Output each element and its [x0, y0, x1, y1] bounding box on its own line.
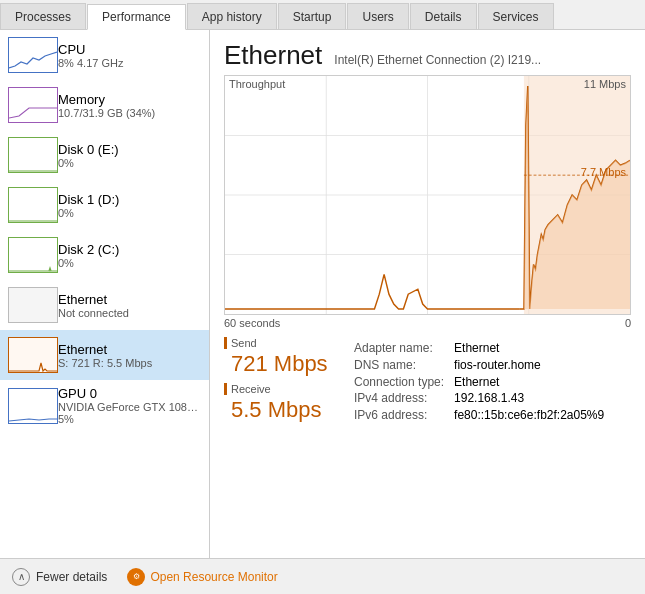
- disk2-mini-chart: [8, 237, 58, 273]
- tab-users[interactable]: Users: [347, 3, 408, 29]
- info-val-1: fios-router.home: [454, 358, 604, 373]
- monitor-icon: ⚙: [127, 568, 145, 586]
- info-val-2: Ethernet: [454, 375, 604, 390]
- throughput-label: Throughput: [229, 78, 285, 90]
- ethernet-sel-subtitle: S: 721 R: 5.5 Mbps: [58, 357, 201, 369]
- info-key-0: Adapter name:: [354, 341, 444, 356]
- disk0-mini-chart: [8, 137, 58, 173]
- chart-time-labels: 60 seconds 0: [224, 317, 631, 329]
- info-val-0: Ethernet: [454, 341, 604, 356]
- sidebar-item-ethernet-nc[interactable]: Ethernet Not connected: [0, 280, 209, 330]
- sidebar: CPU 8% 4.17 GHz Memory 10.7/31.9 GB (34%…: [0, 30, 210, 558]
- receive-label: Receive: [224, 383, 334, 395]
- open-resource-monitor-label: Open Resource Monitor: [150, 570, 277, 584]
- ethernet-sel-title: Ethernet: [58, 342, 201, 357]
- chart-max-label: 11 Mbps: [584, 78, 626, 90]
- sidebar-item-memory[interactable]: Memory 10.7/31.9 GB (34%): [0, 80, 209, 130]
- info-key-1: DNS name:: [354, 358, 444, 373]
- disk0-title: Disk 0 (E:): [58, 142, 201, 157]
- memory-mini-chart: [8, 87, 58, 123]
- receive-value: 5.5 Mbps: [224, 397, 334, 423]
- sidebar-item-disk2[interactable]: Disk 2 (C:) 0%: [0, 230, 209, 280]
- info-key-4: IPv6 address:: [354, 408, 444, 423]
- tab-performance[interactable]: Performance: [87, 4, 186, 30]
- tab-app-history[interactable]: App history: [187, 3, 277, 29]
- tab-bar: Processes Performance App history Startu…: [0, 0, 645, 30]
- tab-startup[interactable]: Startup: [278, 3, 347, 29]
- tab-processes[interactable]: Processes: [0, 3, 86, 29]
- ethernet-sel-mini-chart: [8, 337, 58, 373]
- cpu-mini-chart: [8, 37, 58, 73]
- content-header: Ethernet Intel(R) Ethernet Connection (2…: [224, 40, 631, 71]
- time-right-label: 0: [625, 317, 631, 329]
- memory-title: Memory: [58, 92, 201, 107]
- send-label: Send: [224, 337, 334, 349]
- info-table: Adapter name: Ethernet DNS name: fios-ro…: [354, 341, 604, 423]
- disk1-title: Disk 1 (D:): [58, 192, 201, 207]
- throughput-chart: Throughput 11 Mbps 7.7 Mbps: [224, 75, 631, 315]
- tab-details[interactable]: Details: [410, 3, 477, 29]
- gpu0-title: GPU 0: [58, 386, 201, 401]
- memory-subtitle: 10.7/31.9 GB (34%): [58, 107, 201, 119]
- ethernet-nc-mini-chart: [8, 287, 58, 323]
- disk1-subtitle: 0%: [58, 207, 201, 219]
- disk0-subtitle: 0%: [58, 157, 201, 169]
- disk2-title: Disk 2 (C:): [58, 242, 201, 257]
- tab-services[interactable]: Services: [478, 3, 554, 29]
- info-val-4: fe80::15b:ce6e:fb2f:2a05%9: [454, 408, 604, 423]
- content-area: Ethernet Intel(R) Ethernet Connection (2…: [210, 30, 645, 558]
- info-key-3: IPv4 address:: [354, 391, 444, 406]
- info-val-3: 192.168.1.43: [454, 391, 604, 406]
- cpu-title: CPU: [58, 42, 201, 57]
- chart-value-label: 7.7 Mbps: [581, 166, 626, 178]
- content-title: Ethernet: [224, 40, 322, 71]
- footer: ∧ Fewer details ⚙ Open Resource Monitor: [0, 558, 645, 594]
- sidebar-item-cpu[interactable]: CPU 8% 4.17 GHz: [0, 30, 209, 80]
- sidebar-item-gpu0[interactable]: GPU 0 NVIDIA GeForce GTX 108…5%: [0, 380, 209, 431]
- cpu-subtitle: 8% 4.17 GHz: [58, 57, 201, 69]
- time-left-label: 60 seconds: [224, 317, 280, 329]
- sidebar-item-disk1[interactable]: Disk 1 (D:) 0%: [0, 180, 209, 230]
- sidebar-item-disk0[interactable]: Disk 0 (E:) 0%: [0, 130, 209, 180]
- ethernet-nc-title: Ethernet: [58, 292, 201, 307]
- main-container: CPU 8% 4.17 GHz Memory 10.7/31.9 GB (34%…: [0, 30, 645, 558]
- send-value: 721 Mbps: [224, 351, 334, 377]
- info-key-2: Connection type:: [354, 375, 444, 390]
- sidebar-item-ethernet-sel[interactable]: Ethernet S: 721 R: 5.5 Mbps: [0, 330, 209, 380]
- gpu0-mini-chart: [8, 388, 58, 424]
- ethernet-nc-subtitle: Not connected: [58, 307, 201, 319]
- content-subtitle: Intel(R) Ethernet Connection (2) I219...: [334, 53, 541, 67]
- disk1-mini-chart: [8, 187, 58, 223]
- fewer-details-button[interactable]: ∧ Fewer details: [12, 568, 107, 586]
- chevron-up-icon: ∧: [12, 568, 30, 586]
- fewer-details-label: Fewer details: [36, 570, 107, 584]
- gpu0-subtitle: NVIDIA GeForce GTX 108…5%: [58, 401, 201, 425]
- open-resource-monitor-button[interactable]: ⚙ Open Resource Monitor: [127, 568, 277, 586]
- disk2-subtitle: 0%: [58, 257, 201, 269]
